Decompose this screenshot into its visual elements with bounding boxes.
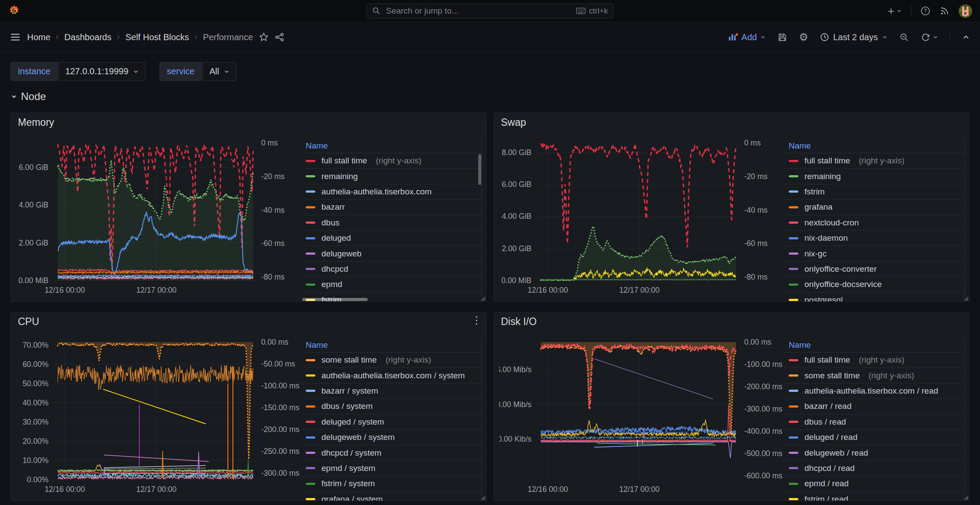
- grafana-logo[interactable]: [8, 4, 21, 17]
- zoom-out-button[interactable]: [899, 32, 909, 42]
- legend-item[interactable]: full stall time(right y-axis): [783, 153, 964, 169]
- panel-title[interactable]: CPU: [18, 316, 39, 328]
- legend-item[interactable]: delugeweb / read: [783, 445, 964, 460]
- collapse-toolbar-button[interactable]: [962, 33, 970, 42]
- refresh-button[interactable]: [921, 32, 939, 42]
- svg-text:2.00 GiB: 2.00 GiB: [502, 244, 531, 253]
- legend-item[interactable]: delugeweb: [300, 246, 481, 261]
- panel-title[interactable]: Swap: [501, 117, 526, 128]
- user-avatar[interactable]: [959, 4, 972, 18]
- legend-item[interactable]: remaining: [783, 169, 964, 184]
- legend-item[interactable]: postgresql: [783, 293, 964, 301]
- variable-value-dropdown[interactable]: All: [203, 62, 236, 81]
- breadcrumb-item[interactable]: Home: [27, 32, 50, 42]
- series-color-marker: [789, 467, 798, 469]
- breadcrumb-item[interactable]: Self Host Blocks: [125, 32, 189, 42]
- legend-item[interactable]: authelia-authelia.tiserbox.com: [300, 184, 481, 200]
- legend-item[interactable]: grafana: [783, 200, 964, 215]
- time-series-chart[interactable]: 0.00 Kib/s8.00 Mib/s16.00 Mib/s0.00 ms-1…: [499, 331, 783, 497]
- time-range-picker[interactable]: Last 2 days: [820, 32, 888, 42]
- legend-item[interactable]: delugeweb / system: [300, 430, 481, 445]
- panel-title[interactable]: Memory: [18, 117, 54, 128]
- panel-body: 0.00 MiB2.00 GiB4.00 GiB6.00 GiB8.00 GiB…: [494, 131, 969, 301]
- legend-item[interactable]: epmd / read: [783, 476, 964, 491]
- legend-item[interactable]: deluged: [300, 231, 481, 246]
- panel-title[interactable]: Disk I/O: [501, 316, 537, 328]
- legend-item[interactable]: dbus / read: [783, 415, 964, 430]
- legend-item[interactable]: bazarr / system: [300, 384, 481, 399]
- help-button[interactable]: ?: [920, 6, 931, 16]
- legend-item[interactable]: nextcloud-cron: [783, 215, 964, 231]
- legend-item[interactable]: epmd / system: [300, 461, 481, 476]
- legend-item[interactable]: full stall time(right y-axis): [300, 153, 481, 169]
- section-row-node[interactable]: Node: [10, 90, 46, 103]
- legend-item[interactable]: authelia-authelia.tiserbox.com / read: [783, 384, 964, 399]
- series-color-marker: [789, 390, 798, 392]
- resize-handle[interactable]: [481, 495, 485, 500]
- legend-item[interactable]: dhcpcd / system: [300, 445, 481, 460]
- resize-handle[interactable]: [964, 296, 968, 301]
- legend-item[interactable]: epmd: [300, 277, 481, 292]
- news-button[interactable]: [939, 6, 950, 16]
- legend-item[interactable]: onlyoffice-docservice: [783, 277, 964, 292]
- add-button[interactable]: Add: [728, 32, 766, 42]
- legend-item[interactable]: some stall time(right y-axis): [783, 368, 964, 383]
- legend-item[interactable]: dbus: [300, 215, 481, 231]
- panel-header: CPU: [11, 312, 486, 331]
- help-icon: ?: [920, 6, 931, 16]
- legend-header-name[interactable]: Name: [300, 138, 481, 153]
- legend-item[interactable]: bazarr / read: [783, 399, 964, 414]
- search-input[interactable]: [385, 6, 572, 16]
- legend-item[interactable]: deluged / read: [783, 430, 964, 445]
- legend-table: Name full stall time(right y-axis)remain…: [783, 138, 965, 301]
- legend-item[interactable]: nix-daemon: [783, 231, 964, 246]
- legend-item[interactable]: full stall time(right y-axis): [783, 353, 964, 368]
- keyboard-icon: [576, 7, 586, 15]
- variable-label[interactable]: instance: [10, 62, 58, 81]
- legend-item[interactable]: dhcpcd: [300, 262, 481, 277]
- menu-icon[interactable]: [10, 31, 21, 43]
- resize-handle[interactable]: [964, 495, 968, 500]
- svg-text:12/16 00:00: 12/16 00:00: [528, 485, 568, 494]
- legend-item[interactable]: bazarr: [300, 200, 481, 215]
- legend-item[interactable]: grafana / system: [300, 492, 481, 501]
- series-name-suffix: (right y-axis): [859, 355, 905, 365]
- legend-item[interactable]: authelia-authelia.tiserbox.com / system: [300, 368, 481, 383]
- svg-text:0 ms: 0 ms: [261, 138, 278, 147]
- legend-table: Name full stall time(right y-axis)remain…: [300, 138, 482, 301]
- legend-header-name[interactable]: Name: [783, 338, 964, 353]
- series-name: deluged: [321, 233, 351, 243]
- series-name: nextcloud-cron: [804, 218, 859, 228]
- new-menu-button[interactable]: +: [888, 5, 902, 17]
- resize-handle[interactable]: [481, 296, 485, 301]
- legend-vertical-scrollbar[interactable]: [478, 154, 481, 185]
- variable-value: 127.0.0.1:19999: [66, 66, 129, 76]
- time-series-chart[interactable]: 0.00%10.00%20.00%30.00%40.00%50.00%60.00…: [16, 331, 300, 497]
- breadcrumb-item[interactable]: Dashboards: [64, 32, 111, 42]
- legend-item[interactable]: fstrim: [783, 184, 964, 200]
- settings-button[interactable]: ⚙: [799, 32, 808, 42]
- legend-item[interactable]: fstrim / system: [300, 476, 481, 491]
- legend-item[interactable]: remaining: [300, 169, 481, 184]
- time-series-chart[interactable]: 0.00 MiB2.00 GiB4.00 GiB6.00 GiB8.00 GiB…: [499, 131, 783, 298]
- legend-item[interactable]: fstrim / read: [783, 492, 964, 501]
- variable-label[interactable]: service: [159, 62, 202, 81]
- variable-value-dropdown[interactable]: 127.0.0.1:19999: [59, 62, 146, 81]
- star-icon[interactable]: [259, 32, 269, 42]
- legend-item[interactable]: onlyoffice-converter: [783, 262, 964, 277]
- legend-header-name[interactable]: Name: [783, 138, 964, 153]
- legend-item[interactable]: some stall time(right y-axis): [300, 353, 481, 368]
- svg-text:20.00%: 20.00%: [23, 437, 48, 446]
- legend-item[interactable]: dhcpcd / read: [783, 461, 964, 476]
- legend-item[interactable]: deluged / system: [300, 415, 481, 430]
- legend-item[interactable]: dbus / system: [300, 399, 481, 414]
- time-series-chart[interactable]: 0.00 MiB2.00 GiB4.00 GiB6.00 GiB0 ms-20 …: [16, 131, 300, 298]
- kebab-menu-icon[interactable]: ⋮: [471, 315, 482, 325]
- share-icon[interactable]: [275, 32, 284, 42]
- legend-header-name[interactable]: Name: [300, 338, 481, 353]
- search-bar[interactable]: ctrl+k: [366, 3, 614, 18]
- legend-horizontal-scrollbar[interactable]: [302, 298, 368, 301]
- save-button[interactable]: [777, 32, 787, 42]
- legend-item[interactable]: nix-gc: [783, 246, 964, 261]
- variable-group-service: serviceAll: [159, 62, 236, 81]
